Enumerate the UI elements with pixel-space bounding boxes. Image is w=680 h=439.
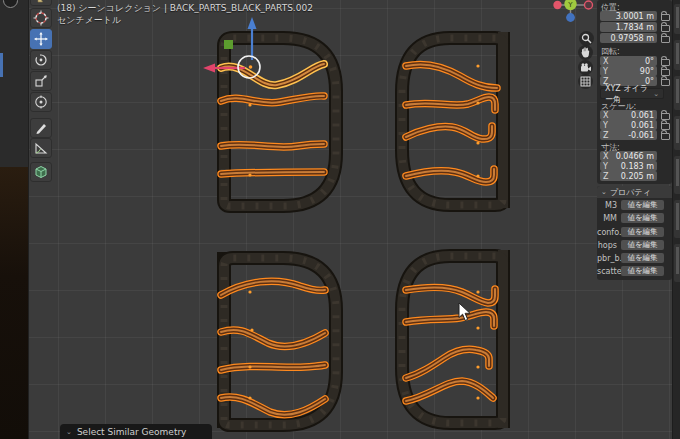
transform-panel: 位置: 3.0001 m 1.7834 m 0.97958 m 回転: X0° … (597, 0, 672, 184)
edit-value-button[interactable]: 値を編集 (621, 213, 664, 223)
n-panel-sidebar: 位置: 3.0001 m 1.7834 m 0.97958 m 回転: X0° … (597, 0, 672, 300)
property-name: M3 (597, 201, 617, 210)
editor-type-icon[interactable] (3, 0, 18, 8)
zoom-button[interactable] (579, 31, 594, 46)
left-editor-lower-region (0, 167, 28, 439)
move-icon (34, 32, 48, 46)
property-name: pbr_b... (597, 254, 617, 263)
rotate-icon (34, 53, 48, 67)
grid-icon (580, 76, 591, 87)
tool-rotate[interactable] (30, 50, 52, 70)
annotate-pen-icon (34, 121, 48, 135)
tool-cursor[interactable] (30, 8, 52, 28)
position-z-field[interactable]: 0.97958 m (600, 33, 657, 43)
dimensions-y-field[interactable]: Y0.183 m (600, 161, 657, 171)
chevron-down-icon: ⌄ (653, 90, 659, 98)
tool-move[interactable] (30, 29, 52, 49)
lock-icon[interactable] (661, 79, 670, 86)
tool-measure[interactable] (30, 138, 52, 158)
chevron-down-icon: ⌄ (66, 428, 72, 436)
position-y-field[interactable]: 1.7834 m (600, 22, 657, 32)
tool-annotate[interactable] (30, 118, 52, 138)
custom-properties-panel: ⌄ プロパティ M3 値を編集 MM 値を編集 confo... 値を編集 ho… (597, 186, 672, 280)
lock-icon[interactable] (661, 36, 670, 43)
npanel-tabs-strip[interactable] (672, 0, 680, 439)
properties-panel-header[interactable]: ⌄ プロパティ (597, 186, 672, 198)
dimensions-z-field[interactable]: Z0.205 m (600, 171, 657, 181)
left-editor-selection-sliver (0, 53, 3, 77)
hand-icon (580, 47, 591, 58)
lock-icon[interactable] (661, 14, 670, 21)
transform-icon (34, 95, 48, 109)
lock-icon[interactable] (661, 133, 670, 140)
property-name: hops (597, 241, 617, 250)
lock-icon[interactable] (661, 123, 670, 130)
edit-value-button[interactable]: 値を編集 (621, 253, 664, 263)
rotation-y-field[interactable]: Y90° (600, 66, 657, 76)
scale-z-field[interactable]: Z-0.061 (600, 130, 657, 140)
operator-panel-label: Select Similar Geometry (77, 427, 187, 437)
rotation-x-field[interactable]: X0° (600, 56, 657, 66)
tool-tweak-select[interactable] (30, 0, 52, 6)
lock-icon[interactable] (661, 69, 670, 76)
scale-x-field[interactable]: X0.061 (600, 110, 657, 120)
viewport-unit-text: センチメートル (57, 14, 121, 27)
lock-icon[interactable] (661, 25, 670, 32)
pan-button[interactable] (578, 45, 593, 60)
add-cube-icon (34, 165, 48, 179)
tool-transform[interactable] (30, 92, 52, 112)
measure-icon (34, 141, 48, 155)
edit-value-button[interactable]: 値を編集 (621, 266, 664, 276)
camera-view-button[interactable] (578, 60, 593, 75)
lock-icon[interactable] (661, 113, 670, 120)
tweak-cursor-icon (34, 0, 48, 3)
magnifier-icon (581, 33, 592, 44)
lock-icon[interactable] (661, 59, 670, 66)
3d-viewport[interactable] (28, 0, 672, 439)
rotation-mode-dropdown[interactable]: XYZ オイラー角⌄ (600, 88, 664, 99)
scale-icon (34, 74, 48, 88)
3d-cursor-icon (33, 10, 49, 26)
edit-value-button[interactable]: 値を編集 (621, 227, 664, 237)
camera-icon (580, 63, 592, 73)
scale-y-field[interactable]: Y0.061 (600, 120, 657, 130)
property-name: MM (597, 214, 617, 223)
left-editor-strip (0, 0, 29, 439)
tool-scale[interactable] (30, 71, 52, 91)
dimensions-x-field[interactable]: X0.0466 m (600, 151, 657, 161)
grid-ortho-button[interactable] (578, 74, 593, 89)
chevron-down-icon: ⌄ (601, 188, 607, 196)
tool-add-cube[interactable] (30, 162, 52, 182)
position-x-field[interactable]: 3.0001 m (600, 11, 657, 21)
edit-value-button[interactable]: 値を編集 (621, 240, 664, 250)
property-name: scatter5 (597, 267, 617, 276)
edit-value-button[interactable]: 値を編集 (621, 200, 664, 210)
properties-label: プロパティ (610, 187, 651, 198)
operator-panel[interactable]: ⌄ Select Similar Geometry (60, 424, 212, 439)
property-name: confo... (597, 228, 617, 237)
